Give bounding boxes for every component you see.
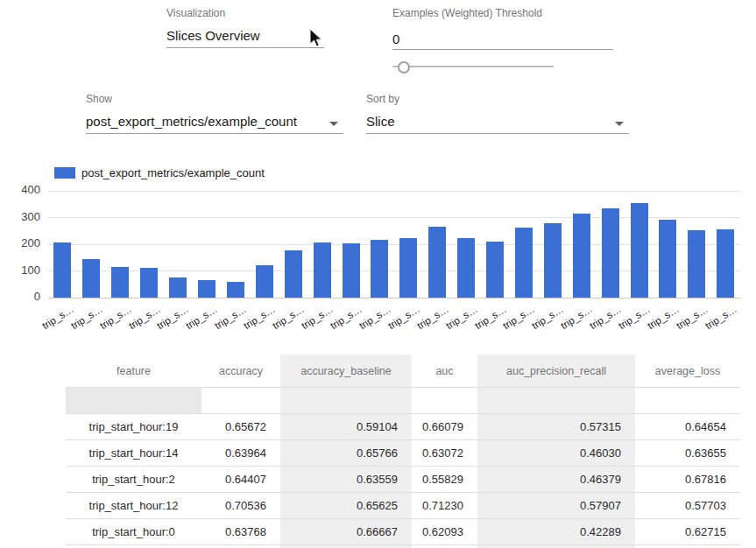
bar-5[interactable]: [198, 280, 215, 298]
bar-13[interactable]: [428, 227, 446, 298]
bar-20[interactable]: [631, 203, 648, 298]
threshold-label: Examples (Weighted) Threshold: [392, 7, 542, 19]
metric-cell: 0.62093: [412, 519, 477, 545]
x-axis: trip_s…trip_s…trip_s…trip_s…trip_s…trip_…: [48, 301, 740, 343]
bar-6[interactable]: [227, 282, 244, 298]
y-tick-label: 200: [0, 236, 40, 249]
sort-by-label: Sort by: [366, 93, 399, 105]
visualization-select-value: Slices Overview: [166, 28, 260, 43]
metric-cell: 0.65625: [280, 493, 412, 519]
slider-thumb[interactable]: [398, 61, 410, 74]
table-body: trip_start_hour:190.656720.591040.660790…: [66, 388, 740, 548]
bar-0[interactable]: [53, 242, 71, 298]
metric-cell: 0.65672: [201, 414, 280, 440]
bar-16[interactable]: [515, 228, 533, 298]
column-header-accuracy[interactable]: accuracy: [201, 355, 280, 388]
bar-21[interactable]: [659, 220, 676, 298]
bar-12[interactable]: [399, 238, 417, 298]
filter-cell: [280, 388, 412, 414]
metric-cell: 0.57907: [477, 493, 635, 519]
metric-cell: 0.71230: [412, 493, 477, 519]
table-row: trip_start_hour:120.705360.656250.712300…: [66, 493, 740, 519]
metric-cell: 0.63655: [635, 440, 740, 467]
bar-23[interactable]: [717, 229, 734, 298]
metric-cell: 0.57703: [635, 493, 740, 519]
bar-7[interactable]: [256, 265, 273, 298]
metric-cell: 0.66079: [412, 414, 477, 440]
filter-cell: [201, 388, 280, 414]
bar-11[interactable]: [371, 240, 388, 298]
filter-cell: [66, 388, 201, 414]
table-row: trip_start_hour:20.644070.635590.558290.…: [66, 467, 740, 493]
visualization-label: Visualization: [166, 7, 225, 19]
metric-cell: 0.62715: [635, 519, 740, 545]
feature-cell: trip_start_hour:0: [66, 519, 201, 545]
metrics-table: featureaccuracyaccuracy_baselineaucauc_p…: [66, 355, 740, 548]
bar-9[interactable]: [314, 242, 331, 298]
table-filter-row: [66, 388, 740, 414]
metric-cell: 0.46030: [477, 440, 635, 467]
legend-label: post_export_metrics/example_count: [81, 166, 265, 179]
metric-cell: 0.66667: [280, 519, 412, 545]
bar-1[interactable]: [82, 259, 100, 298]
bar-18[interactable]: [573, 214, 590, 298]
threshold-slider[interactable]: [392, 58, 554, 75]
metric-cell: 0.66016: [201, 545, 280, 548]
column-header-accuracy_baseline[interactable]: accuracy_baseline: [280, 355, 412, 388]
table-row: trip_start_hour:190.656720.591040.660790…: [66, 414, 740, 440]
bar-14[interactable]: [457, 238, 475, 298]
column-header-feature[interactable]: feature: [66, 355, 201, 388]
bar-19[interactable]: [602, 208, 619, 298]
metric-cell: 0.59104: [280, 414, 412, 440]
slices-overview-app: Visualization Slices Overview Examples (…: [0, 0, 756, 548]
chevron-down-icon: [329, 122, 338, 126]
metric-cell: 0.65142: [635, 545, 740, 548]
table-row: trip_start_hour:140.639640.657660.630720…: [66, 440, 740, 467]
chart-plot: [48, 191, 740, 298]
metric-cell: 0.42289: [477, 519, 635, 545]
bar-10[interactable]: [343, 243, 360, 298]
legend-swatch-icon: [54, 167, 75, 179]
bar-4[interactable]: [169, 278, 187, 298]
y-tick-label: 400: [0, 183, 40, 196]
metric-cell: 0.67816: [635, 467, 740, 493]
metric-cell: 0.63072: [412, 440, 477, 467]
filter-cell: [635, 388, 740, 414]
metric-cell: 0.65766: [280, 440, 412, 467]
x-tick: trip_s…: [711, 301, 740, 343]
threshold-input[interactable]: [392, 25, 613, 50]
bar-22[interactable]: [688, 230, 705, 298]
bar-3[interactable]: [140, 268, 158, 298]
y-tick-label: 100: [0, 263, 40, 277]
column-header-average_loss[interactable]: average_loss: [635, 355, 740, 388]
feature-cell: trip_start_hour:23: [66, 545, 201, 548]
column-header-auc[interactable]: auc: [412, 355, 477, 388]
metric-cell: 0.58337: [412, 545, 477, 548]
y-tick-label: 0: [0, 290, 40, 303]
feature-cell: trip_start_hour:14: [66, 440, 201, 467]
bar-2[interactable]: [111, 267, 129, 298]
feature-cell: trip_start_hour:12: [66, 493, 201, 519]
metric-cell: 0.63768: [201, 519, 280, 545]
y-tick-label: 300: [0, 210, 40, 223]
bar-8[interactable]: [285, 250, 302, 298]
chart-bars: [48, 191, 740, 298]
sort-by-select-value: Slice: [366, 114, 395, 129]
slider-track[interactable]: [392, 66, 554, 67]
metric-cell: 0.64654: [635, 414, 740, 440]
feature-cell: trip_start_hour:2: [66, 467, 201, 493]
x-tick-label: trip_s…: [40, 304, 75, 331]
visualization-select[interactable]: Slices Overview: [166, 25, 324, 48]
metric-cell: 0.55829: [412, 467, 477, 493]
sort-by-select[interactable]: Slice: [366, 110, 629, 134]
table-row: trip_start_hour:00.637680.666670.620930.…: [66, 519, 740, 545]
show-label: Show: [86, 93, 112, 105]
bar-15[interactable]: [486, 242, 504, 298]
metric-cell: 0.57315: [477, 414, 635, 440]
bar-17[interactable]: [544, 223, 562, 298]
show-select[interactable]: post_export_metrics/example_count: [86, 110, 343, 134]
column-header-auc_precision_recall[interactable]: auc_precision_recall: [477, 355, 635, 388]
mouse-cursor-icon: [309, 28, 324, 49]
table-row: trip_start_hour:230.660160.648440.583370…: [66, 545, 740, 548]
filter-cell: [477, 388, 635, 414]
